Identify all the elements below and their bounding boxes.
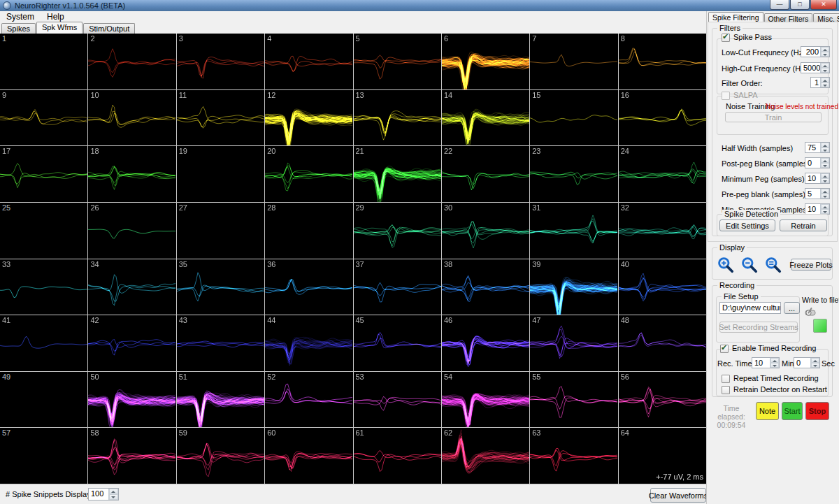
spike-pass-checkbox[interactable]: [722, 34, 730, 42]
channel-cell[interactable]: 12: [265, 90, 352, 146]
channel-cell[interactable]: 11: [177, 90, 264, 146]
min-peg-stepper[interactable]: 10: [805, 173, 830, 184]
channel-cell[interactable]: 22: [442, 146, 529, 202]
zoom-out-icon[interactable]: [740, 256, 759, 274]
freeze-plots-button[interactable]: Freeze Plots: [791, 259, 831, 271]
channel-cell[interactable]: 37: [354, 259, 441, 315]
channel-cell[interactable]: 58: [88, 428, 175, 484]
menu-help[interactable]: Help: [41, 12, 71, 22]
channel-cell[interactable]: 25: [0, 203, 87, 259]
channel-cell[interactable]: 14: [442, 90, 529, 146]
channel-cell[interactable]: 19: [177, 146, 264, 202]
file-path-input[interactable]: D:\guy\new culture 20-: [719, 302, 781, 314]
channel-cell[interactable]: 61: [354, 428, 441, 484]
channel-cell[interactable]: 20: [265, 146, 352, 202]
rec-time-sec-stepper[interactable]: 0: [794, 357, 820, 368]
post-peg-spin-buttons[interactable]: [820, 158, 829, 168]
channel-cell[interactable]: 6: [442, 34, 529, 89]
low-cut-spin-buttons[interactable]: [820, 47, 829, 57]
channel-cell[interactable]: 26: [88, 203, 175, 259]
start-button[interactable]: Start: [782, 402, 803, 420]
half-width-stepper[interactable]: 75: [805, 142, 830, 153]
retrain-button[interactable]: Retrain: [780, 219, 827, 231]
channel-cell[interactable]: 63: [530, 428, 617, 484]
channel-cell[interactable]: 49: [0, 372, 87, 428]
write-toggle-icon[interactable]: [805, 307, 817, 319]
channel-cell[interactable]: 2: [88, 34, 175, 89]
tab-spk-wfms[interactable]: Spk Wfms: [36, 22, 83, 34]
tab-spikes[interactable]: Spikes: [1, 23, 36, 34]
zoom-in-icon[interactable]: [717, 256, 735, 274]
channel-cell[interactable]: 27: [177, 203, 264, 259]
channel-cell[interactable]: 51: [177, 372, 264, 428]
snippets-stepper[interactable]: 100: [88, 488, 119, 501]
channel-cell[interactable]: 23: [530, 146, 617, 202]
channel-cell[interactable]: 18: [88, 146, 175, 202]
channel-cell[interactable]: 43: [177, 315, 264, 371]
salpa-checkbox[interactable]: [722, 92, 730, 100]
channel-cell[interactable]: 45: [354, 315, 441, 371]
channel-cell[interactable]: 1: [0, 34, 87, 89]
high-cut-spin-buttons[interactable]: [820, 63, 829, 73]
channel-cell[interactable]: 38: [442, 259, 529, 315]
pre-peg-spin-buttons[interactable]: [820, 189, 829, 199]
filter-order-spin-buttons[interactable]: [820, 78, 829, 87]
channel-cell[interactable]: 35: [177, 259, 264, 315]
channel-cell[interactable]: 44: [265, 315, 352, 371]
train-button[interactable]: Train: [725, 112, 822, 122]
channel-cell[interactable]: 48: [619, 315, 706, 371]
zoom-reset-icon[interactable]: [764, 256, 782, 274]
min-symmetric-stepper[interactable]: 10: [805, 203, 830, 215]
clear-waveforms-button[interactable]: Clear Waveforms: [650, 488, 706, 503]
channel-cell[interactable]: 53: [354, 372, 441, 428]
pre-peg-stepper[interactable]: 5: [805, 188, 830, 199]
channel-cell[interactable]: 50: [88, 372, 175, 428]
min-peg-spin-buttons[interactable]: [820, 173, 829, 183]
channel-cell[interactable]: 15: [530, 90, 617, 146]
close-button[interactable]: ✕: [810, 0, 837, 10]
channel-cell[interactable]: 36: [265, 259, 352, 315]
snippets-spin-buttons[interactable]: [108, 489, 118, 500]
rec-time-sec-spin-buttons[interactable]: [810, 358, 819, 368]
menu-system[interactable]: System: [0, 12, 41, 22]
channel-cell[interactable]: 40: [619, 259, 706, 315]
channel-cell[interactable]: 60: [265, 428, 352, 484]
set-recording-streams-button[interactable]: Set Recording Streams: [719, 322, 798, 333]
tab-other-filters[interactable]: Other Filters: [764, 13, 813, 22]
channel-cell[interactable]: 13: [354, 90, 441, 146]
half-width-spin-buttons[interactable]: [820, 143, 829, 152]
channel-cell[interactable]: 28: [265, 203, 352, 259]
filter-order-stepper[interactable]: 1: [810, 77, 830, 88]
channel-cell[interactable]: 47: [530, 315, 617, 371]
channel-cell[interactable]: 9: [0, 90, 87, 146]
minimize-button[interactable]: —: [770, 0, 789, 10]
channel-cell[interactable]: 4: [265, 34, 352, 89]
channel-cell[interactable]: 57: [0, 428, 87, 484]
tab-misc-settings[interactable]: Misc. Settings: [813, 13, 839, 22]
channel-cell[interactable]: 29: [354, 203, 441, 259]
channel-cell[interactable]: 55: [530, 372, 617, 428]
channel-cell[interactable]: 32: [619, 203, 706, 259]
stop-button[interactable]: Stop: [805, 402, 829, 420]
channel-cell[interactable]: 42: [88, 315, 175, 371]
channel-cell[interactable]: 5: [354, 34, 441, 89]
channel-cell[interactable]: 46: [442, 315, 529, 371]
channel-cell[interactable]: 39: [530, 259, 617, 315]
channel-cell[interactable]: 3: [177, 34, 264, 89]
channel-cell[interactable]: 59: [177, 428, 264, 484]
high-cut-stepper[interactable]: 5000: [801, 62, 830, 73]
browse-button[interactable]: ...: [784, 302, 800, 314]
channel-cell[interactable]: 52: [265, 372, 352, 428]
edit-settings-button[interactable]: Edit Settings: [719, 219, 775, 231]
maximize-button[interactable]: □: [790, 0, 810, 10]
note-button[interactable]: Note: [756, 402, 779, 420]
channel-cell[interactable]: 8: [619, 34, 706, 89]
channel-cell[interactable]: 33: [0, 259, 87, 315]
repeat-timed-recording-checkbox[interactable]: [722, 375, 730, 383]
post-peg-stepper[interactable]: 0: [805, 157, 830, 168]
channel-cell[interactable]: 10: [88, 90, 175, 146]
tab-spike-filtering[interactable]: Spike Filtering: [708, 12, 763, 22]
channel-cell[interactable]: 16: [619, 90, 706, 146]
channel-cell[interactable]: 31: [530, 203, 617, 259]
tab-stim-output[interactable]: Stim/Output: [83, 23, 135, 34]
